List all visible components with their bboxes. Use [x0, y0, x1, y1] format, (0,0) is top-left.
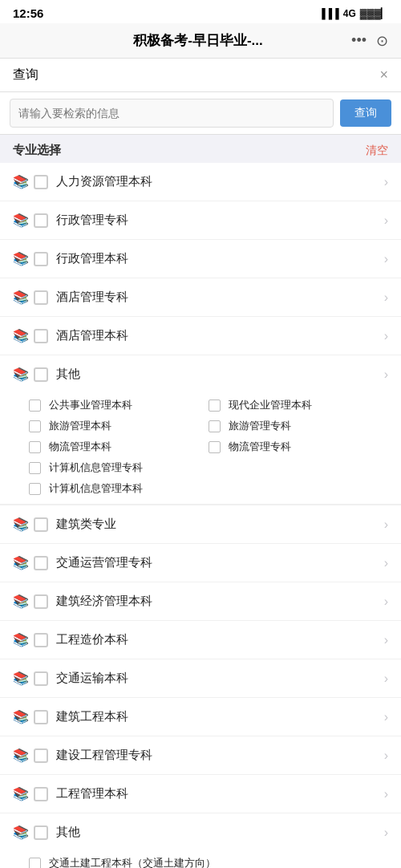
- checkbox[interactable]: [34, 594, 48, 609]
- search-button[interactable]: 查询: [340, 99, 391, 127]
- sub-item[interactable]: 计算机信息管理本科: [29, 481, 209, 496]
- sub-item-label: 物流管理专科: [229, 440, 291, 454]
- chevron-icon: ›: [384, 290, 388, 305]
- checkbox[interactable]: [34, 710, 48, 724]
- chevron-icon: ›: [384, 748, 388, 763]
- list-item[interactable]: 📚 建筑工程本科 ›: [0, 698, 401, 736]
- chevron-icon: ›: [384, 517, 388, 532]
- status-time: 12:56: [13, 6, 43, 20]
- checkbox[interactable]: [209, 400, 221, 412]
- sub-item[interactable]: 物流管理本科: [29, 440, 209, 454]
- list-item[interactable]: 📚 酒店管理专科 ›: [0, 278, 401, 317]
- checkbox[interactable]: [29, 462, 41, 474]
- sub-item[interactable]: 交通土建工程本科（交通土建方向）: [29, 856, 388, 868]
- checkbox[interactable]: [29, 420, 41, 432]
- sub-item[interactable]: 公共事业管理本科: [29, 398, 209, 412]
- book-icon: 📚: [13, 328, 29, 343]
- checkbox[interactable]: [34, 290, 48, 305]
- clear-button[interactable]: 清空: [366, 144, 388, 158]
- list-item[interactable]: 📚 建筑经济管理本科 ›: [0, 582, 401, 621]
- book-icon: 📚: [13, 825, 29, 840]
- list-item[interactable]: 📚 建设工程管理专科 ›: [0, 736, 401, 775]
- book-icon: 📚: [13, 786, 29, 801]
- sub-item[interactable]: 现代企业管理本科: [209, 398, 388, 412]
- list-item[interactable]: 📚 建筑类专业 ›: [0, 505, 401, 544]
- sub-item-label: 旅游管理专科: [229, 419, 291, 433]
- header-title: 积极备考-早日毕业-...: [45, 31, 351, 50]
- sub-item-label: 现代企业管理本科: [229, 398, 312, 412]
- checkbox[interactable]: [34, 825, 48, 840]
- checkbox[interactable]: [34, 671, 48, 686]
- list-item[interactable]: 📚 行政管理本科 ›: [0, 240, 401, 278]
- app-header: 积极备考-早日毕业-... ••• ⊙: [0, 23, 401, 59]
- list-item[interactable]: 📚 其他 ›: [0, 355, 401, 393]
- sub-col-right: 现代企业管理本科 旅游管理专科 物流管理专科: [209, 398, 388, 496]
- search-bar-row: 查询 ×: [0, 59, 401, 92]
- checkbox[interactable]: [209, 420, 221, 432]
- record-icon[interactable]: ⊙: [376, 32, 388, 50]
- item-label: 交通运输本科: [56, 671, 381, 686]
- checkbox[interactable]: [34, 252, 48, 266]
- chevron-icon: ›: [384, 329, 388, 343]
- signal-icon: ▐▐▐: [318, 8, 339, 19]
- sub-item-label: 交通土建工程本科（交通土建方向）: [49, 856, 216, 868]
- item-label: 其他: [56, 367, 381, 382]
- checkbox[interactable]: [34, 787, 48, 801]
- checkbox[interactable]: [34, 213, 48, 228]
- checkbox[interactable]: [209, 441, 221, 453]
- list-item[interactable]: 📚 工程管理本科 ›: [0, 775, 401, 813]
- chevron-icon: ›: [384, 671, 388, 686]
- sub-item[interactable]: 物流管理专科: [209, 440, 388, 454]
- item-label: 工程造价本科: [56, 632, 381, 647]
- checkbox[interactable]: [34, 556, 48, 570]
- book-icon: 📚: [13, 671, 29, 686]
- search-close-button[interactable]: ×: [379, 67, 388, 83]
- sub-item-label: 物流管理本科: [49, 440, 111, 454]
- checkbox[interactable]: [34, 517, 48, 532]
- book-icon: 📚: [13, 367, 29, 382]
- checkbox[interactable]: [34, 367, 48, 382]
- checkbox[interactable]: [34, 175, 48, 189]
- battery-icon: ▓▓▓▏: [360, 8, 388, 19]
- item-label: 建筑经济管理本科: [56, 594, 381, 609]
- checkbox[interactable]: [29, 483, 41, 495]
- item-label: 建设工程管理专科: [56, 748, 381, 763]
- checkbox[interactable]: [29, 858, 41, 869]
- list-item[interactable]: 📚 酒店管理本科 ›: [0, 317, 401, 355]
- section-header: 专业选择 清空: [0, 135, 401, 163]
- book-icon: 📚: [13, 174, 29, 189]
- list-item[interactable]: 📚 工程造价本科 ›: [0, 621, 401, 659]
- checkbox[interactable]: [34, 633, 48, 647]
- chevron-icon: ›: [384, 825, 388, 840]
- sub-col-left: 公共事业管理本科 旅游管理本科 物流管理本科 计算机信息管理专科 计算机信息管理…: [29, 398, 209, 496]
- section-title: 专业选择: [13, 143, 61, 158]
- chevron-icon: ›: [384, 594, 388, 609]
- search-input[interactable]: [10, 99, 334, 128]
- book-icon: 📚: [13, 748, 29, 763]
- sub-item[interactable]: 旅游管理本科: [29, 419, 209, 433]
- list-item[interactable]: 📚 人力资源管理本科 ›: [0, 163, 401, 201]
- list-item[interactable]: 📚 行政管理专科 ›: [0, 201, 401, 240]
- chevron-icon: ›: [384, 252, 388, 266]
- search-bar-label: 查询: [13, 67, 38, 83]
- header-icons: ••• ⊙: [351, 32, 388, 50]
- checkbox[interactable]: [34, 329, 48, 343]
- chevron-icon: ›: [384, 367, 388, 382]
- book-icon: 📚: [13, 213, 29, 228]
- book-icon: 📚: [13, 290, 29, 305]
- list-item[interactable]: 📚 交通运营管理专科 ›: [0, 544, 401, 582]
- item-label: 人力资源管理本科: [56, 174, 381, 189]
- book-icon: 📚: [13, 594, 29, 609]
- checkbox[interactable]: [34, 748, 48, 763]
- item-label: 建筑类专业: [56, 517, 381, 532]
- chevron-icon: ›: [384, 556, 388, 570]
- list-item[interactable]: 📚 其他 ›: [0, 813, 401, 851]
- list-item[interactable]: 📚 交通运输本科 ›: [0, 659, 401, 698]
- item-label: 酒店管理本科: [56, 328, 381, 343]
- sub-item[interactable]: 旅游管理专科: [209, 419, 388, 433]
- book-icon: 📚: [13, 555, 29, 570]
- sub-item[interactable]: 计算机信息管理专科: [29, 460, 209, 475]
- more-icon[interactable]: •••: [351, 32, 367, 49]
- checkbox[interactable]: [29, 441, 41, 453]
- checkbox[interactable]: [29, 400, 41, 412]
